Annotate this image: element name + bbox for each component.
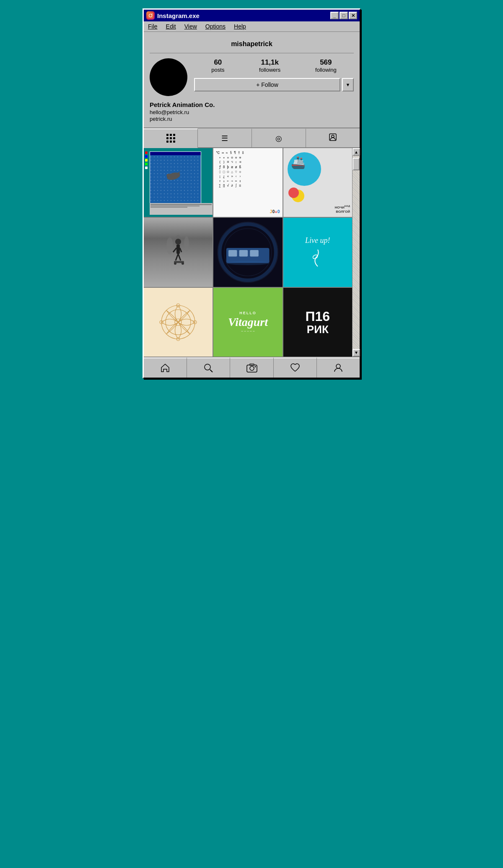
maximize-button[interactable]: □ [340,12,348,19]
svg-line-15 [173,248,176,252]
posts-label: posts [211,67,224,73]
cell-8-content: HELLO Vitagurt ~ ~ ~ ~ ~ [213,288,282,357]
cell-9-content: П16 РИК [283,288,352,357]
svg-point-11 [184,236,189,251]
posts-count: 60 [211,58,224,67]
grid-cell-6[interactable]: Live up! [283,218,352,287]
minimize-button[interactable]: _ [330,12,339,19]
svg-point-39 [205,364,210,370]
svg-point-10 [166,237,173,254]
nochi-bg: 🚢 НОЧИНАДВОЛГОЙ [283,148,352,217]
following-count: 569 [315,58,337,67]
image-grid-scroll: ℃ ∞ ≈ § ¶ † ‡ ✦ ★ ❋ ✿ ❀ ✾ ⟨ ⟩ ⌘ ⌥ ⇧ ⌫ ƒ … [144,148,352,357]
follow-row: + Follow ▼ [194,78,354,91]
tab-location[interactable]: ◎ [252,128,306,147]
cell-6-content: Live up! [283,218,352,287]
win95-sidebar [145,151,149,206]
posts-stat: 60 posts [211,58,224,73]
title-bar-buttons: _ □ ✕ [330,12,357,19]
grid-cell-4[interactable] [144,218,213,287]
bw-photo [144,218,213,287]
follow-button[interactable]: + Follow [194,78,340,91]
nav-camera[interactable] [230,357,273,378]
grid-cell-1[interactable] [144,148,213,217]
svg-point-20 [174,262,176,265]
scroll-up-button[interactable]: ▲ [353,148,360,156]
cell-5-content [213,218,282,287]
svg-point-21 [181,262,184,265]
win95-screen [144,148,213,217]
app-window: Instagram.exe _ □ ✕ File Edit View Optio… [143,8,360,378]
svg-rect-26 [228,250,237,256]
close-button[interactable]: ✕ [349,12,357,19]
cell-4-content [144,218,213,287]
cell-1-content [144,148,213,217]
menu-edit[interactable]: Edit [166,23,176,30]
svg-point-2 [152,14,153,15]
stats-row: 60 posts 11,1k followers 569 following [194,58,354,73]
nav-search[interactable] [187,357,230,378]
menu-bar: File Edit View Options Help [144,21,360,32]
camera-icon [246,362,258,373]
svg-rect-43 [250,364,254,365]
svg-point-31 [312,254,318,260]
followers-stat: 11,1k followers [259,58,280,73]
menu-options[interactable]: Options [205,23,226,30]
win95-inner [150,151,201,206]
followers-label: followers [259,67,280,73]
live-up-label: Live up! [305,236,330,245]
grid-cell-5[interactable] [213,218,282,287]
vitagurt-hello: HELLO [239,311,257,315]
grid-icon [166,134,175,143]
home-icon [160,362,171,373]
image-grid: ℃ ∞ ≈ § ¶ † ‡ ✦ ★ ❋ ✿ ❀ ✾ ⟨ ⟩ ⌘ ⌥ ⇧ ⌫ ƒ … [144,148,352,357]
heart-icon [290,362,301,373]
followers-count: 11,1k [259,58,280,67]
grid-container: ℃ ∞ ≈ § ¶ † ‡ ✦ ★ ❋ ✿ ❀ ✾ ⟨ ⟩ ⌘ ⌥ ⇧ ⌫ ƒ … [144,148,360,357]
svg-line-17 [176,254,178,261]
grid-cell-7[interactable] [144,288,213,357]
profile-info: 60 posts 11,1k followers 569 following +… [150,58,354,96]
username: mishapetrick [150,37,354,53]
nochi-text: НОЧИНАДВОЛГОЙ [334,205,350,214]
profile-email[interactable]: hello@petrick.ru [150,109,354,115]
vitagurt-tagline: ~ ~ ~ ~ ~ [241,329,254,333]
profile-name-section: Petrick Animation Co. hello@petrick.ru p… [150,101,354,122]
menu-file[interactable]: File [148,23,158,30]
menu-view[interactable]: View [184,23,197,30]
svg-point-44 [254,366,256,367]
tagged-icon [328,133,337,144]
nav-profile[interactable] [317,357,360,378]
vitagurt-name: Vitagurt [228,316,268,328]
app-icon [146,11,155,20]
profile-name: Petrick Animation Co. [150,101,354,108]
cell-2-content: ℃ ∞ ≈ § ¶ † ‡ ✦ ★ ❋ ✿ ❀ ✾ ⟨ ⟩ ⌘ ⌥ ⇧ ⌫ ƒ … [213,148,282,217]
nav-heart[interactable] [274,357,317,378]
list-icon: ☰ [221,134,228,143]
svg-line-40 [210,370,213,372]
scroll-track [353,156,360,349]
svg-line-16 [180,248,181,252]
tab-list[interactable]: ☰ [198,128,252,147]
scroll-down-button[interactable]: ▼ [353,349,360,357]
svg-point-45 [336,364,340,368]
profile-website[interactable]: petrick.ru [150,116,354,122]
grid-cell-9[interactable]: П16 РИК [283,288,352,357]
grid-cell-8[interactable]: HELLO Vitagurt ~ ~ ~ ~ ~ [213,288,282,357]
bottom-nav [144,357,360,378]
window-title: Instagram.exe [157,12,200,19]
svg-point-29 [226,261,270,265]
scroll-thumb[interactable] [353,158,360,170]
grid-cell-2[interactable]: ℃ ∞ ≈ § ¶ † ‡ ✦ ★ ❋ ✿ ❀ ✾ ⟨ ⟩ ⌘ ⌥ ⇧ ⌫ ƒ … [213,148,282,217]
tab-tagged[interactable] [306,128,360,147]
nav-home[interactable] [144,357,187,378]
avatar [150,58,187,96]
grid-cell-3[interactable]: 🚢 НОЧИНАДВОЛГОЙ [283,148,352,217]
follow-dropdown-button[interactable]: ▼ [342,78,354,91]
svg-line-18 [178,254,181,261]
cell-7-content [144,288,213,357]
menu-help[interactable]: Help [234,23,246,30]
tab-grid[interactable] [144,128,198,148]
profile-stats-follow: 60 posts 11,1k followers 569 following +… [194,58,354,91]
nochi-circle-red [288,188,299,198]
